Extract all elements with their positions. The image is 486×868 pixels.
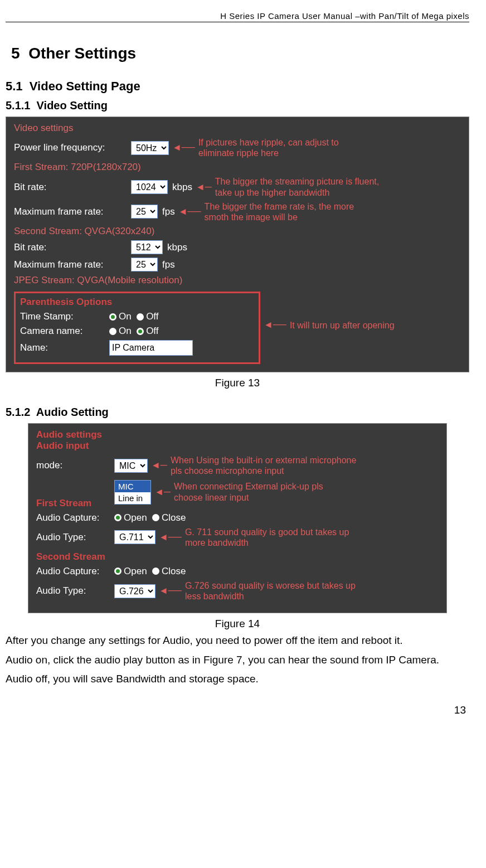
timestamp-off-radio[interactable] xyxy=(137,313,144,321)
audiotype1-label: Audio Type: xyxy=(36,532,114,543)
audiotype2-note: G.726 sound quality is worese but takes … xyxy=(185,580,369,602)
name-input[interactable] xyxy=(109,340,193,356)
fps1-label: Maximum frame rate: xyxy=(14,206,131,217)
bitrate1-note: The bigger the streaming picture is flue… xyxy=(215,176,388,197)
name-label: Name: xyxy=(20,342,109,353)
audiocapture1-label: Audio Capture: xyxy=(36,512,114,523)
off-label: Off xyxy=(146,311,158,322)
powerline-label: Power line frequency: xyxy=(14,142,131,153)
timestamp-label: Time Stamp: xyxy=(20,311,109,322)
figure14-caption: Figure 14 xyxy=(6,618,469,630)
arrow-icon: ◄─ xyxy=(151,460,167,471)
powerline-select[interactable]: 50Hz xyxy=(131,141,169,155)
bitrate2-select[interactable]: 512 xyxy=(131,240,163,254)
mode-dropdown-open[interactable]: MIC Line in xyxy=(114,480,151,505)
subsection-heading: 5.1 Video Setting Page xyxy=(6,79,469,94)
arrow-icon: ◄── xyxy=(159,585,182,597)
body-paragraph: Audio on, click the audio play button as… xyxy=(6,652,469,668)
close-label: Close xyxy=(162,566,186,577)
fps1-unit: fps xyxy=(162,206,175,217)
arrow-icon: ◄── xyxy=(264,319,286,331)
audiotype1-select[interactable]: G.711 xyxy=(114,530,155,544)
close-label: Close xyxy=(162,512,186,523)
fps2-select[interactable]: 25 xyxy=(131,258,158,271)
page-number: 13 xyxy=(6,704,469,716)
first-stream-label: First Stream: 720P(1280x720) xyxy=(14,162,461,173)
mode-note2: When connecting External pick-up pls cho… xyxy=(174,481,341,502)
fps1-select[interactable]: 25 xyxy=(131,205,158,219)
parenthesis-heading: Parenthesis Options xyxy=(20,297,254,308)
figure13-caption: Figure 13 xyxy=(6,377,469,389)
cameraname-on-radio[interactable] xyxy=(109,328,116,335)
fps1-note: The bigger the frame rate is, the more s… xyxy=(205,201,361,222)
capture2-close-radio[interactable] xyxy=(152,568,159,575)
capture1-close-radio[interactable] xyxy=(152,514,159,521)
parenthesis-note: It will turn up after opening xyxy=(290,320,395,331)
mode-option-linein[interactable]: Line in xyxy=(115,492,150,504)
on-label: On xyxy=(119,311,132,322)
subsubsection-heading: 5.1.1 Video Setting xyxy=(6,99,469,112)
bitrate2-label: Bit rate: xyxy=(14,242,131,253)
mode-option-mic[interactable]: MIC xyxy=(115,481,150,492)
page-header: H Series IP Camera User Manual –with Pan… xyxy=(6,11,469,22)
bitrate1-unit: kbps xyxy=(172,182,192,193)
cameraname-off-radio[interactable] xyxy=(137,328,144,335)
audio-settings-panel: Audio settings Audio input mode: MIC ◄─ … xyxy=(28,423,447,613)
on-label: On xyxy=(119,326,132,337)
audiotype2-select[interactable]: G.726 xyxy=(114,584,155,598)
off-label: Off xyxy=(146,326,158,337)
subsubsection-heading: 5.1.2 Audio Setting xyxy=(6,406,469,419)
bitrate1-label: Bit rate: xyxy=(14,182,131,193)
jpeg-stream-label: JPEG Stream: QVGA(Mobile resolution) xyxy=(14,275,461,286)
audiocapture2-label: Audio Capture: xyxy=(36,566,114,577)
bitrate1-select[interactable]: 1024 xyxy=(131,180,168,194)
capture2-open-radio[interactable] xyxy=(114,568,122,575)
mode-label: mode: xyxy=(36,460,114,471)
arrow-icon: ◄─ xyxy=(196,182,212,193)
video-settings-title: Video settings xyxy=(14,123,461,134)
capture1-open-radio[interactable] xyxy=(114,514,122,521)
fps2-label: Maximum frame rate: xyxy=(14,259,131,270)
video-settings-panel: Video settings Power line frequency: 50H… xyxy=(6,117,469,372)
second-stream-label: Second Stream: QVGA(320x240) xyxy=(14,226,461,237)
audiotype1-note: G. 711 sound quality is good but takes u… xyxy=(185,527,363,548)
open-label: Open xyxy=(124,512,147,523)
timestamp-on-radio[interactable] xyxy=(109,313,116,321)
open-label: Open xyxy=(124,566,147,577)
second-stream-title: Second Stream xyxy=(36,551,439,562)
powerline-note: If pictures have ripple, can adjust to e… xyxy=(198,137,354,158)
audiotype2-label: Audio Type: xyxy=(36,585,114,597)
arrow-icon: ◄─ xyxy=(154,487,171,498)
section-heading: 5 Other Settings xyxy=(11,45,469,62)
arrow-icon: ◄── xyxy=(172,142,195,153)
fps2-unit: fps xyxy=(162,259,175,270)
mode-select[interactable]: MIC xyxy=(114,459,148,473)
arrow-icon: ◄── xyxy=(159,532,182,543)
cameraname-label: Camera name: xyxy=(20,326,109,337)
body-paragraph: After you change any settings for Audio,… xyxy=(6,632,469,649)
audio-settings-title: Audio settings xyxy=(36,429,439,440)
body-paragraph: Audio off, you will save Bandwidth and s… xyxy=(6,671,469,687)
arrow-icon: ◄── xyxy=(178,206,201,217)
audio-input-title: Audio input xyxy=(36,440,439,452)
bitrate2-unit: kbps xyxy=(167,242,187,253)
parenthesis-options-box: Parenthesis Options Time Stamp: On Off C… xyxy=(14,292,260,364)
mode-note1: When Using the built-in or external micr… xyxy=(171,455,360,476)
